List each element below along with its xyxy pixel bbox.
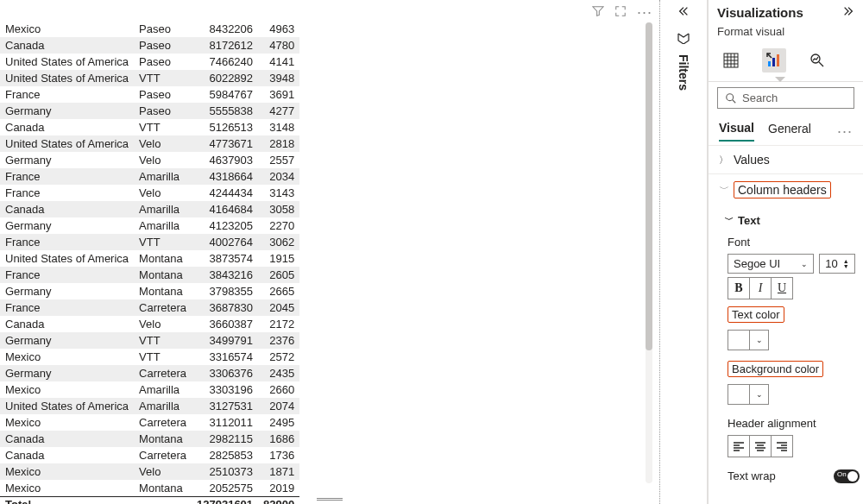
- expand-pane-icon[interactable]: [842, 5, 854, 20]
- text-color-label: Text color: [728, 306, 784, 323]
- table-row[interactable]: CanadaVelo36603872172: [0, 316, 299, 332]
- table-cell: VTT: [134, 332, 192, 349]
- table-row[interactable]: MexicoPaseo84322064963: [0, 21, 299, 37]
- section-column-headers[interactable]: 〉 Column headers: [709, 173, 863, 205]
- vertical-scrollbar[interactable]: [646, 22, 652, 483]
- color-swatch-box[interactable]: [728, 330, 750, 350]
- table-row[interactable]: United States of AmericaVelo47736712818: [0, 135, 299, 152]
- table-row[interactable]: United States of AmericaPaseo74662404141: [0, 54, 299, 70]
- table-row[interactable]: United States of AmericaAmarilla31275312…: [0, 398, 299, 414]
- table-cell: Montana: [134, 431, 192, 447]
- background-color-picker[interactable]: ⌄: [728, 384, 863, 405]
- font-size-input[interactable]: 10 ▲▼: [819, 254, 854, 274]
- table-row[interactable]: GermanyVTT34997912376: [0, 332, 299, 349]
- filter-icon[interactable]: [592, 5, 604, 20]
- chevron-right-icon: 〉: [719, 154, 728, 167]
- table-cell: Mexico: [0, 381, 134, 398]
- table-row[interactable]: United States of AmericaVTT60228923948: [0, 70, 299, 86]
- table-row[interactable]: FranceMontana38432162605: [0, 267, 299, 283]
- table-cell: 3127531: [192, 398, 258, 414]
- analytics-icon[interactable]: [805, 48, 829, 72]
- table-scroll: MexicoPaseo84322064963CanadaPaseo8172612…: [0, 21, 659, 504]
- table-cell: Canada: [0, 119, 134, 135]
- spinner-icon[interactable]: ▲▼: [843, 259, 849, 269]
- table-row[interactable]: FranceVTT40027643062: [0, 234, 299, 250]
- table-cell: Velo: [134, 135, 192, 152]
- format-visual-icon[interactable]: [762, 48, 786, 72]
- focus-mode-icon[interactable]: [614, 5, 627, 20]
- table-row[interactable]: CanadaCarretera28258531736: [0, 447, 299, 463]
- svg-rect-2: [772, 58, 775, 66]
- font-family-select[interactable]: Segoe UI ⌄: [728, 254, 814, 274]
- table-row[interactable]: GermanyVelo46379032557: [0, 152, 299, 168]
- table-cell: 3691: [258, 86, 299, 103]
- table-row[interactable]: FranceAmarilla43186642034: [0, 168, 299, 185]
- table-row[interactable]: FranceCarretera36878302045: [0, 299, 299, 316]
- resize-handle[interactable]: [317, 497, 343, 502]
- table-row[interactable]: MexicoMontana20525752019: [0, 480, 299, 496]
- tab-general[interactable]: General: [768, 122, 811, 141]
- table-cell: Canada: [0, 201, 134, 217]
- font-label: Font: [728, 234, 863, 250]
- table-cell: 2605: [258, 267, 299, 283]
- table-row[interactable]: MexicoCarretera31120112495: [0, 414, 299, 431]
- color-swatch-box[interactable]: [728, 384, 750, 405]
- font-style-buttons: B I U: [728, 277, 863, 299]
- table-row[interactable]: GermanyMontana37983552665: [0, 283, 299, 299]
- table-row[interactable]: CanadaMontana29821151686: [0, 431, 299, 447]
- table-row[interactable]: FranceVelo42444343143: [0, 185, 299, 201]
- table-row[interactable]: MexicoVTT33165742572: [0, 349, 299, 365]
- table-cell: Paseo: [134, 103, 192, 119]
- visualizations-header: Visualizations: [709, 0, 863, 25]
- table-row[interactable]: GermanyAmarilla41232052270: [0, 217, 299, 234]
- table-cell: 4123205: [192, 217, 258, 234]
- chevron-down-icon: 〉: [722, 217, 734, 225]
- table-cell: VTT: [134, 70, 192, 86]
- table-cell: 2045: [258, 299, 299, 316]
- text-wrap-toggle[interactable]: On: [834, 469, 860, 483]
- align-left-button[interactable]: [728, 435, 750, 457]
- table-cell: Paseo: [134, 21, 192, 37]
- tab-visual[interactable]: Visual: [719, 121, 754, 142]
- chevron-down-icon[interactable]: ⌄: [750, 330, 769, 350]
- chevron-down-icon: ⌄: [801, 260, 808, 268]
- section-values[interactable]: 〉 Values: [709, 145, 863, 173]
- expand-filters-icon[interactable]: [677, 5, 690, 20]
- table-cell: Germany: [0, 332, 134, 349]
- svg-rect-1: [768, 61, 771, 66]
- table-cell: 2270: [258, 217, 299, 234]
- table-cell: 3058: [258, 201, 299, 217]
- show-pane-icon[interactable]: [677, 30, 690, 44]
- table-cell: Canada: [0, 447, 134, 463]
- text-color-picker[interactable]: ⌄: [728, 330, 863, 350]
- text-wrap-row: Text wrap On: [724, 464, 863, 484]
- underline-button[interactable]: U: [771, 277, 793, 299]
- align-center-button[interactable]: [749, 435, 772, 457]
- format-tabs: Visual General ···: [709, 114, 863, 142]
- tabs-more-icon[interactable]: ···: [837, 123, 853, 141]
- build-visual-icon[interactable]: [719, 48, 743, 72]
- filters-label[interactable]: Filters: [677, 54, 690, 91]
- table-cell: Canada: [0, 37, 134, 54]
- table-row[interactable]: MexicoVelo25103731871: [0, 463, 299, 480]
- table-cell: Carretera: [134, 447, 192, 463]
- table-row[interactable]: CanadaPaseo81726124780: [0, 37, 299, 54]
- table-row[interactable]: GermanyPaseo55558384277: [0, 103, 299, 119]
- table-row[interactable]: United States of AmericaMontana387357419…: [0, 250, 299, 267]
- more-options-icon[interactable]: ···: [637, 3, 652, 22]
- italic-button[interactable]: I: [749, 277, 772, 299]
- table-cell: Velo: [134, 152, 192, 168]
- table-row[interactable]: CanadaAmarilla41646843058: [0, 201, 299, 217]
- bold-button[interactable]: B: [728, 277, 750, 299]
- table-cell: Paseo: [134, 37, 192, 54]
- align-right-button[interactable]: [771, 435, 793, 457]
- search-input[interactable]: Search: [717, 87, 854, 109]
- chevron-down-icon[interactable]: ⌄: [750, 384, 769, 405]
- subsection-text[interactable]: 〉 Text: [724, 211, 863, 230]
- table-row[interactable]: FrancePaseo59847673691: [0, 86, 299, 103]
- table-row[interactable]: MexicoAmarilla33031962660: [0, 381, 299, 398]
- table-row[interactable]: CanadaVTT51265133148: [0, 119, 299, 135]
- table-cell: Canada: [0, 316, 134, 332]
- table-row[interactable]: GermanyCarretera33063762435: [0, 365, 299, 381]
- table-cell: Carretera: [134, 414, 192, 431]
